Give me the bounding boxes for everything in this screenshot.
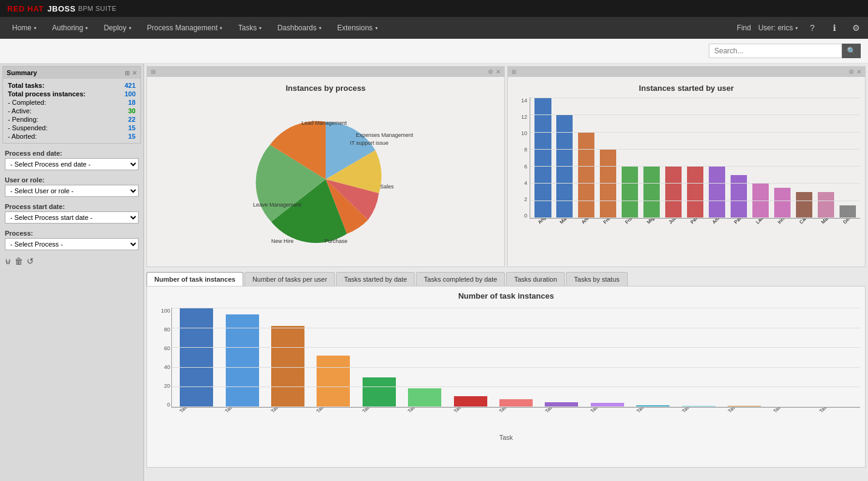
- top-bar: RED HAT JBOSS BPM SUITE: [0, 0, 868, 17]
- user-drag-icon[interactable]: ⊞: [511, 68, 516, 75]
- find-button[interactable]: Find: [737, 24, 751, 32]
- task-label-6: Task 7: [448, 408, 492, 416]
- task-label-14: Task 3b: [814, 408, 858, 416]
- user-label-10: Laia P.: [750, 219, 771, 227]
- filter-refresh-button[interactable]: ↺: [27, 256, 34, 266]
- task-y-axis: 0 20 40 60 80 100: [152, 308, 170, 408]
- nav-deploy[interactable]: Deploy ▾: [96, 17, 138, 39]
- task-bar-13: [768, 308, 812, 407]
- pie-close-icon[interactable]: ✕: [496, 68, 501, 75]
- process-start-date-select[interactable]: - Select Process start date -: [5, 211, 139, 224]
- task-label-2: Task 3: [265, 408, 309, 416]
- user-bar-5: [642, 98, 662, 218]
- pie-panel-header: ⊞ ⚙ ✕: [147, 67, 504, 77]
- task-instances-chart: 0 20 40 60 80 100: [152, 308, 860, 441]
- info-icon[interactable]: ℹ: [827, 23, 841, 33]
- user-label-14: Gemma S.: [837, 219, 858, 227]
- instances-by-process-title: Instances by process: [152, 84, 499, 93]
- user-close-icon[interactable]: ✕: [856, 68, 861, 75]
- main-layout: Summary ⊞ ✕ Total tasks: 421 Total proce…: [0, 64, 868, 481]
- instances-by-user-panel: ⊞ ⚙ ✕ Instances started by user 0 2 4 6 …: [507, 66, 866, 267]
- user-menu[interactable]: User: erics ▾: [758, 24, 798, 32]
- process-label: Process:: [5, 230, 139, 237]
- task-bar-6: [448, 308, 492, 407]
- label-leave: Leave Management: [253, 202, 301, 208]
- nav-authoring-caret: ▾: [85, 25, 88, 31]
- filter-actions: ⊎ 🗑 ↺: [0, 253, 143, 270]
- sidebar: Summary ⊞ ✕ Total tasks: 421 Total proce…: [0, 64, 144, 481]
- task-label-4: Task 5: [357, 408, 401, 416]
- nav-tasks[interactable]: Tasks ▾: [231, 17, 269, 39]
- user-label-4: Frank T.: [619, 219, 640, 227]
- process-end-date-label: Process end date:: [5, 150, 139, 157]
- user-label-11: Irina F.: [772, 219, 792, 227]
- task-label-3: Task 4: [311, 408, 355, 416]
- user-label-0: Angel C.: [532, 219, 553, 227]
- nav-process-management[interactable]: Process Management ▾: [140, 17, 230, 39]
- nav-dashboards-caret: ▾: [319, 25, 321, 31]
- task-label-5: Task 6: [402, 408, 446, 416]
- user-role-section: User or role: - Select User or role -: [0, 173, 143, 199]
- nav-dashboards[interactable]: Dashboards ▾: [270, 17, 329, 39]
- summary-panel: Summary ⊞ ✕ Total tasks: 421 Total proce…: [2, 66, 141, 144]
- pie-config-icon[interactable]: ⚙: [488, 68, 493, 75]
- user-label-6: Juan L.: [663, 219, 683, 227]
- summary-settings-icon[interactable]: ✕: [132, 70, 137, 76]
- pie-drag-icon[interactable]: ⊞: [151, 68, 156, 75]
- process-end-date-section: Process end date: - Select Process end d…: [0, 146, 143, 173]
- instances-by-user-title: Instances started by user: [513, 84, 860, 93]
- task-bar-1: [220, 308, 264, 407]
- label-lead: Lead Management: [301, 120, 347, 126]
- nav-deploy-caret: ▾: [129, 25, 131, 31]
- task-chart-area: [171, 308, 860, 408]
- process-start-date-section: Process start date: - Select Process sta…: [0, 199, 143, 226]
- nav-pm-caret: ▾: [220, 25, 222, 31]
- process-start-date-label: Process start date:: [5, 203, 139, 210]
- user-role-select[interactable]: - Select User or role -: [5, 185, 139, 197]
- tab-tasks-per-user[interactable]: Number of tasks per user: [245, 272, 335, 286]
- process-select[interactable]: - Select Process -: [5, 238, 139, 250]
- tab-tasks-started[interactable]: Tasks started by date: [336, 272, 415, 286]
- help-icon[interactable]: ?: [805, 23, 820, 33]
- user-label-5: Miguel L.: [641, 219, 662, 227]
- task-bar-10: [631, 308, 675, 407]
- task-label-0: Task 1: [174, 408, 218, 416]
- tab-tasks-duration[interactable]: Tasks duration: [506, 272, 565, 286]
- user-label-7: Peter S.: [685, 219, 705, 227]
- label-purchase: Purchase: [324, 238, 347, 244]
- user-bar-6: [663, 98, 684, 218]
- tab-task-instances[interactable]: Number of task instances: [146, 272, 243, 286]
- task-label-13: Task 8: [768, 408, 812, 416]
- nav-extensions[interactable]: Extensions ▾: [330, 17, 385, 39]
- task-bar-4: [357, 308, 401, 407]
- user-label-13: Maria A.: [815, 219, 836, 227]
- task-label-7: Task 4a: [493, 408, 538, 416]
- nav-right: Find User: erics ▾ ? ℹ ⚙: [737, 23, 863, 33]
- task-label-10: Task 2a: [631, 408, 675, 416]
- search-input[interactable]: [709, 44, 842, 58]
- brand-jboss: JBOSS: [47, 4, 76, 13]
- tab-tasks-status[interactable]: Tasks by status: [566, 272, 627, 286]
- user-config-icon[interactable]: ⚙: [849, 68, 854, 75]
- task-bar-7: [494, 308, 538, 407]
- summary-table: Total tasks: 421 Total process instances…: [3, 79, 140, 143]
- nav-tasks-caret: ▾: [259, 25, 261, 31]
- completed-row: - Completed: 18: [8, 98, 136, 107]
- summary-drag-icon[interactable]: ⊞: [125, 70, 130, 76]
- tab-tasks-completed[interactable]: Tasks completed by date: [416, 272, 505, 286]
- user-bar-1: [554, 98, 575, 218]
- filter-clear-button[interactable]: 🗑: [15, 256, 23, 266]
- label-sales: Sales: [380, 184, 394, 190]
- task-label-12: Task 3a: [722, 408, 766, 416]
- search-button[interactable]: 🔍: [842, 44, 861, 58]
- nav-home[interactable]: Home ▾: [5, 17, 44, 39]
- task-bar-8: [539, 308, 584, 407]
- nav-authoring[interactable]: Authoring ▾: [45, 17, 95, 39]
- process-end-date-select[interactable]: - Select Process end date -: [5, 158, 139, 170]
- settings-icon[interactable]: ⚙: [849, 23, 863, 33]
- user-bar-14: [837, 98, 858, 218]
- user-panel-header: ⊞ ⚙ ✕: [508, 67, 865, 77]
- task-bar-9: [585, 308, 630, 407]
- filter-apply-button[interactable]: ⊎: [5, 256, 11, 266]
- nav-home-caret: ▾: [34, 25, 36, 31]
